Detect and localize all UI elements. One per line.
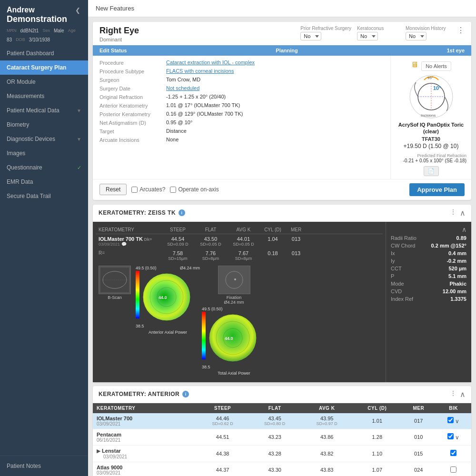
prior-refractive-select[interactable]: NoYes — [300, 32, 321, 40]
sidebar-item-patient-medical-data[interactable]: Patient Medical Data ▼ — [0, 103, 88, 118]
original-refraction-label: Original Refraction — [99, 94, 166, 100]
anterior-axial-map: 49.5 (0.50) Ø4.24 mm — [136, 266, 200, 376]
device-cell: ▶ Lenstar 03/09/2021 — [93, 445, 197, 462]
keratometry-anterior-actions: ⋮ ∧ — [450, 390, 466, 399]
anterior-more-options-icon[interactable]: ⋮ — [450, 390, 456, 399]
zeiss-flat-r: 7.76 SD=8µm — [195, 250, 226, 261]
iol-name: AcrySof IQ PanOptix Toric(clear) — [398, 121, 464, 135]
anterior-keratometry-row: Anterior Keratometry 1.01 @ 17° (IOLMast… — [99, 102, 384, 109]
radii-ratio-label: Radii Ratio — [391, 235, 416, 241]
anterior-collapse-icon[interactable]: ∧ — [460, 390, 466, 399]
anterior-keratometry-value: 1.01 @ 17° (IOLMaster 700 TK) — [166, 102, 384, 108]
bscan-image[interactable] — [99, 266, 131, 294]
approve-plan-button[interactable]: Approve Plan — [409, 183, 465, 196]
sidebar-navigation: Patient Dashboard Cataract Surgery Plan … — [0, 46, 88, 456]
iol-power: +19.50 D (1.50 @ 10) — [404, 143, 459, 149]
more-options-icon[interactable]: ⋮ — [450, 208, 456, 218]
sidebar-item-emr-data[interactable]: EMR Data — [0, 175, 88, 189]
surgery-date-value[interactable]: Not scheduled — [166, 85, 384, 91]
reset-button[interactable]: Reset — [99, 184, 127, 195]
anterior-keratometry-label: Anterior Keratometry — [99, 102, 166, 109]
sidebar-item-or-module[interactable]: OR Module — [0, 75, 88, 89]
keratometry-zeiss-title: KERATOMETRY: ZEISS TK i — [99, 209, 185, 216]
col-flat-header: FLAT — [248, 403, 301, 413]
keratometry-zeiss-section: KERATOMETRY: ZEISS TK i ⋮ ∧ KERATOMETRY … — [93, 205, 471, 382]
eye-menu-button[interactable]: ⋮ — [457, 26, 465, 35]
procedure-subtype-value[interactable]: FLACS with corneal incisions — [166, 68, 384, 74]
keratometry-anterior-header: KERATOMETRY: ANTERIOR i ⋮ ∧ — [93, 386, 471, 403]
age-label: Age — [68, 28, 76, 33]
avg-cell: 43.83 — [301, 462, 353, 476]
main-content: New Features Right Eye Dominant Prior Re… — [88, 0, 476, 476]
sidebar-item-measurements[interactable]: Measurements — [0, 89, 88, 103]
zeiss-device-date: 03/09/2021 💬 — [99, 242, 160, 247]
mode-label: Mode — [391, 281, 404, 287]
info-icon[interactable]: i — [178, 209, 185, 216]
chevron-down-icon[interactable]: ∨ — [455, 434, 459, 441]
patient-notes-link[interactable]: Patient Notes — [7, 461, 81, 471]
sidebar-item-diagnostic-devices[interactable]: Diagnostic Devices ▼ — [0, 132, 88, 146]
bik-cell: ∨ — [436, 429, 471, 445]
arcuate-incisions-value: None — [166, 137, 384, 142]
table-row: Atlas 9000 03/09/2021 44.37 43.30 43.83 … — [93, 462, 471, 476]
sidebar-item-cataract-surgery-plan[interactable]: Cataract Surgery Plan — [0, 60, 88, 75]
sidebar-header: Andrew Demonstration ❮ — [0, 0, 88, 26]
total-colorbar — [202, 312, 206, 359]
collapse-icon[interactable]: ∧ — [460, 208, 466, 218]
keratoconus-select[interactable]: NoYes — [357, 32, 378, 40]
procedure-row: Procedure Cataract extraction with IOL -… — [99, 60, 384, 66]
device-cell: Pentacam 06/16/2021 — [93, 429, 197, 445]
sidebar-item-images[interactable]: Images — [0, 146, 88, 160]
keratometry-zeiss-header: KERATOMETRY: ZEISS TK i ⋮ ∧ — [93, 205, 471, 222]
anterior-info-icon[interactable]: i — [182, 391, 189, 397]
expand-arrow-icon[interactable]: ▶ — [97, 448, 100, 454]
steep-cell: 44.37 — [197, 462, 249, 476]
anterior-scale-top: 49.5 (0.50) Ø4.24 mm — [136, 266, 200, 270]
anterior-keratometry-table: KERATOMETRY STEEP FLAT AVG K CYL (D) MER… — [93, 403, 471, 476]
zeiss-scroll-up[interactable]: ∧ — [391, 226, 466, 233]
sidebar-item-patient-dashboard[interactable]: Patient Dashboard — [0, 46, 88, 60]
bik-checkbox[interactable] — [447, 433, 454, 439]
no-alerts-button[interactable]: No Alerts — [421, 61, 451, 71]
chevron-down-icon[interactable]: ∨ — [455, 418, 459, 425]
sidebar-item-questionnaire[interactable]: Questionnaire ✓ — [0, 160, 88, 175]
mer-cell: 010 — [401, 429, 436, 445]
sidebar-item-secure-data-trail[interactable]: Secure Data Trail — [0, 189, 88, 203]
anterior-axial-label: Anterior Axial Power — [149, 330, 187, 335]
steep-cell: 44.51 — [197, 429, 249, 445]
original-refraction-row: Original Refraction -1.25 + 1.25 x 20° (… — [99, 94, 384, 100]
eye-title-group: Right Eye Dominant — [99, 26, 139, 42]
total-axial-map-group: Fixation Ø4.24 mm 49.5 (0.50) — [202, 266, 266, 376]
plan-left: Procedure Cataract extraction with IOL -… — [93, 56, 390, 179]
iol-diagram: 10° Incisions 95° — [407, 73, 455, 120]
zeiss-metrics-panel: ∧ Radii Ratio 0.89 CW Chord 0.2 mm @152°… — [386, 222, 471, 382]
bik-checkbox[interactable] — [450, 466, 456, 473]
total-axial-label: Total Axial Power — [218, 371, 250, 376]
arcuates-checkbox[interactable] — [131, 187, 138, 193]
metric-mode: Mode Phakic — [391, 281, 466, 287]
zeiss-mer-dk: 013 — [287, 236, 306, 242]
operate-on-axis-checkbox[interactable] — [170, 187, 176, 193]
steep-cell: 44.46 SD=0.62 D — [197, 413, 249, 429]
svg-text:10°: 10° — [433, 85, 441, 91]
prior-refractive-label: Prior Refractive Surgery — [300, 26, 351, 31]
monovision-select[interactable]: NoYes — [406, 32, 426, 40]
col-avgk: AVG K — [228, 227, 259, 232]
bik-checkbox[interactable] — [447, 417, 454, 423]
fixation-image[interactable] — [218, 266, 250, 294]
mer-cell: 017 — [401, 413, 436, 429]
device-cell: Atlas 9000 03/09/2021 — [93, 462, 197, 476]
arrow-icon: ▼ — [77, 137, 81, 142]
document-icon-button[interactable]: 📄 — [424, 166, 439, 176]
sidebar-item-biometry[interactable]: Biometry — [0, 118, 88, 132]
sidebar-collapse-button[interactable]: ❮ — [75, 7, 80, 14]
surgery-date-label: Surgery Date — [99, 85, 166, 91]
bik-checkbox[interactable] — [450, 450, 456, 456]
prior-refractive-surgery-group: Prior Refractive Surgery NoYes — [300, 26, 351, 40]
iol-panel: 🖥 No Alerts — [390, 56, 471, 179]
status-bar: Edit Status Planning 1st eye — [93, 45, 471, 56]
iy-label: Iy — [391, 258, 395, 264]
sex-value: Male — [54, 28, 64, 33]
procedure-value[interactable]: Cataract extraction with IOL - complex — [166, 60, 384, 65]
mode-value: Phakic — [450, 281, 466, 287]
